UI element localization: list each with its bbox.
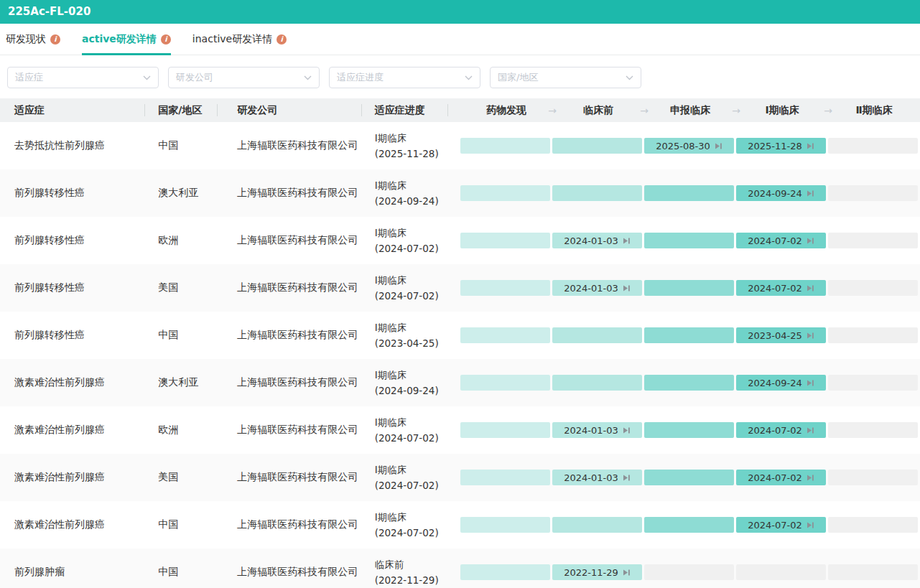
phase-bar-reached: 2024-09-24 [736,185,826,201]
progress-date-label: (2024-07-02) [375,241,439,256]
phase-bar-reached: 2024-01-03 [552,422,642,438]
step-forward-icon[interactable] [623,569,631,577]
filter-region-select[interactable]: 国家/地区 [490,67,641,88]
table-body: 去势抵抗性前列腺癌 中国 上海辐联医药科技有限公司 Ⅰ期临床 (2025-11-… [0,122,920,588]
page-title: 225Ac-FL-020 [8,5,90,18]
phase-bar-slot [460,185,552,201]
step-forward-icon[interactable] [807,379,814,387]
step-forward-icon[interactable] [623,474,631,482]
phases-cell: 2022-11-29 [448,549,920,588]
phase-bar-reached: 2024-01-03 [552,233,642,248]
progress-date-label: (2025-11-28) [375,146,439,162]
progress-phase-label: Ⅰ期临床 [375,367,406,383]
phase-bar-reached: 2024-07-02 [736,422,826,438]
phase-bar-reached [644,280,734,296]
step-forward-icon[interactable] [807,190,814,197]
progress-date-label: (2024-07-02) [375,288,439,304]
phase-bar-reached [460,564,550,580]
country-cell: 欧洲 [145,217,218,264]
table-row: 前列腺转移性癌 澳大利亚 上海辐联医药科技有限公司 Ⅰ期临床 (2024-09-… [0,169,920,217]
phase-bar-slot [828,185,920,201]
phases-cell: 2024-01-032024-07-02 [448,217,920,264]
phase-bar-slot: 2024-07-02 [736,517,828,533]
phase-bar-slot: 2024-09-24 [736,185,828,201]
step-forward-icon[interactable] [623,284,631,292]
tab-rd-status[interactable]: 研发现状 i [6,24,60,55]
table-row: 前列腺肿瘤 中国 上海辐联医药科技有限公司 临床前 (2022-11-29) 2… [0,549,920,588]
step-forward-icon[interactable] [807,237,814,245]
info-icon[interactable]: i [50,34,60,45]
progress-cell: Ⅰ期临床 (2024-09-24) [362,169,448,217]
filter-placeholder: 研发公司 [176,71,213,84]
step-forward-icon[interactable] [807,142,814,150]
phase-bar-reached [552,327,642,343]
phase-bar-reached [460,375,550,391]
phase-bar-slot [644,327,736,343]
filter-progress-select[interactable]: 适应症进度 [329,67,480,88]
phase-bar-reached [644,470,734,485]
phase-bar-reached [552,375,642,391]
progress-phase-label: Ⅰ期临床 [375,462,406,477]
info-icon[interactable]: i [161,34,171,45]
progress-phase-label: Ⅰ期临床 [375,177,406,193]
phase-bar-reached: 2024-01-03 [552,280,642,296]
table-row: 去势抵抗性前列腺癌 中国 上海辐联医药科技有限公司 Ⅰ期临床 (2025-11-… [0,122,920,169]
phase-bar-reached: 2024-07-02 [736,517,826,533]
chevron-down-icon [465,75,473,80]
header-progress: 适应症进度 [362,98,448,122]
progress-phase-label: Ⅰ期临床 [375,319,406,335]
country-cell: 澳大利亚 [145,359,218,406]
step-forward-icon[interactable] [807,521,814,529]
country-cell: 澳大利亚 [145,169,218,217]
phase-bar-unreached [828,233,918,248]
phase-date-label: 2023-04-25 [748,330,802,341]
phase-bar-reached [644,517,734,533]
step-forward-icon[interactable] [807,474,814,482]
step-forward-icon[interactable] [623,237,631,245]
phase-bar-slot [644,185,736,201]
phase-bar-slot [644,375,736,391]
progress-cell: Ⅰ期临床 (2024-07-02) [362,406,448,454]
step-forward-icon[interactable] [807,332,814,340]
tab-inactive-rd-details[interactable]: inactive研发详情 i [192,24,287,55]
step-forward-icon[interactable] [807,426,814,434]
header-indication: 适应症 [0,98,145,122]
chevron-down-icon [626,75,633,80]
step-forward-icon[interactable] [807,284,814,292]
header-company: 研发公司 [218,98,362,122]
phase-bar-reached [644,327,734,343]
phase-bar-slot [552,185,644,201]
indication-cell: 激素难治性前列腺癌 [0,359,145,406]
phase-bar-slot [460,233,552,248]
phase-date-label: 2024-07-02 [748,472,802,483]
phase-bar-reached [644,185,734,201]
phase-bar-reached: 2025-08-30 [644,138,734,154]
step-forward-icon[interactable] [715,142,722,150]
phase-bar-unreached [644,564,734,580]
phase-date-label: 2024-09-24 [748,188,802,199]
company-cell: 上海辐联医药科技有限公司 [218,454,362,501]
tab-active-rd-details[interactable]: active研发详情 i [82,24,171,55]
table-row: 激素难治性前列腺癌 澳大利亚 上海辐联医药科技有限公司 Ⅰ期临床 (2024-0… [0,359,920,406]
phase-bar-slot [552,375,644,391]
phase-bar-unreached [828,280,918,296]
phase-date-label: 2025-11-28 [748,141,802,151]
phase-bar-slot [828,470,920,485]
header-phases: 药物发现 临床前 申报临床 Ⅰ期临床 Ⅱ期临床 → → → → [448,98,920,122]
phase-bar-reached [552,185,642,201]
phase-bar-reached [552,138,642,154]
progress-cell: Ⅰ期临床 (2025-11-28) [362,122,448,169]
phase-bar-slot [828,564,920,580]
header-phase-ind-filing: 申报临床 [644,104,736,117]
filter-bar: 适应症 研发公司 适应症进度 国家/地区 [7,67,920,88]
info-icon[interactable]: i [277,34,287,45]
phase-bar-reached: 2024-07-02 [736,280,826,296]
progress-date-label: (2024-09-24) [375,193,439,209]
step-forward-icon[interactable] [623,426,631,434]
filter-company-select[interactable]: 研发公司 [168,67,320,88]
arrow-right-icon: → [732,105,740,116]
filter-indication-select[interactable]: 适应症 [7,67,159,88]
phase-bars: 2024-01-032024-07-02 [460,470,920,485]
phase-bar-slot [828,422,920,438]
phase-bar-slot [552,327,644,343]
